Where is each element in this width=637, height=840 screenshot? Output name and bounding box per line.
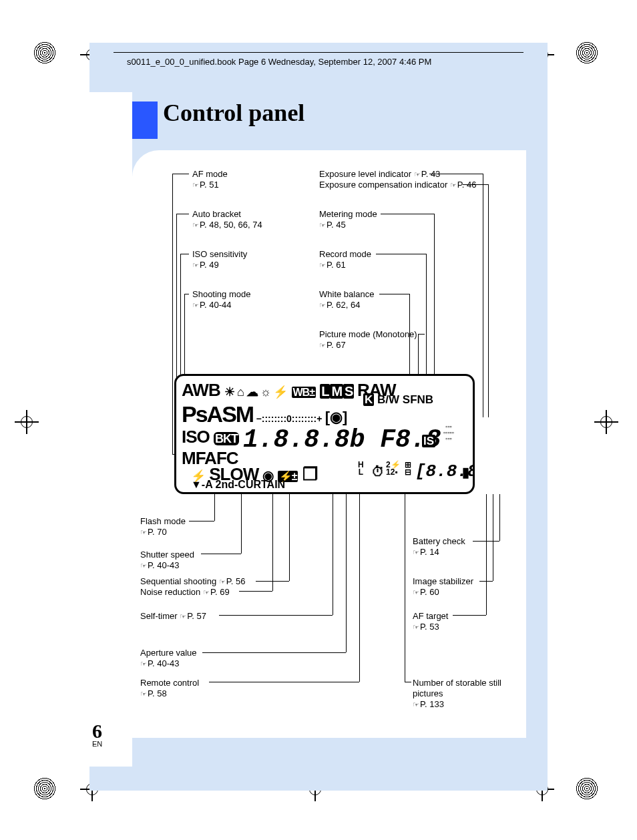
lcd-hl: HL (358, 461, 364, 476)
crop-mark-mr (598, 414, 614, 430)
lcd-wb-badge: WB± (292, 387, 316, 398)
label-af-target: AF target ☞P. 53 (413, 611, 448, 632)
lcd-curtain: A 2nd-CURTAIN (205, 479, 285, 490)
content-panel: AF mode ☞P. 51 Auto bracket ☞P. 48, 50, … (132, 150, 526, 738)
label-af-mode: AF mode ☞P. 51 (192, 169, 228, 190)
side-white-block (89, 92, 132, 767)
lcd-screen: AWB ☀ ⌂ ☁ ☼ ⚡ WB± LMS RAW PsASM −:::::::… (174, 374, 475, 494)
label-self-timer: Self-timer ☞P. 57 (140, 611, 206, 622)
label-shooting-mode: Shooting mode ☞P. 40-44 (192, 289, 250, 310)
lcd-bw: B/W (377, 393, 399, 406)
page-language: EN (92, 740, 102, 748)
title-blue-box (132, 101, 158, 139)
page-title: Control panel (163, 99, 304, 127)
ref-icon: ☞ (192, 180, 198, 190)
lcd-metering-icon: [◉] (325, 409, 348, 425)
label-aperture: Aperture value ☞P. 40-43 (140, 648, 197, 669)
print-target-bl (33, 777, 56, 800)
print-target-tl (33, 41, 56, 64)
label-picture-mode: Picture mode (Monotone) ☞P. 67 (319, 329, 417, 351)
page-number: 6 (92, 720, 102, 743)
lcd-timer-icon: ⏱ (371, 464, 385, 479)
lcd-exp-scale: −::::::::0::::::::+ (256, 413, 323, 424)
lcd-seq-icon: ❐ (302, 464, 317, 484)
lcd-lms: LMS (320, 384, 357, 399)
header-rule (114, 52, 523, 53)
label-sequential-shooting: Sequential shooting ☞P. 56 (140, 576, 246, 587)
lcd-af-target-dots: ▫▫▫▫▫▫▫▫▫▫▫ (443, 424, 454, 442)
lcd-sfnb: SFNB (403, 393, 433, 406)
label-white-balance: White balance ☞P. 62, 64 (319, 289, 374, 310)
label-remote-control: Remote control ☞P. 58 (140, 678, 199, 699)
lcd-twelve: 2⚡12▪ (386, 461, 401, 476)
label-storable-pictures: Number of storable still pictures ☞P. 13… (413, 678, 526, 710)
lcd-is-badge: IS (422, 435, 435, 447)
lcd-bkt: BKT (214, 432, 239, 445)
label-battery-check: Battery check ☞P. 14 (413, 536, 465, 558)
label-shutter-speed: Shutter speed ☞P. 40-43 (140, 550, 194, 571)
label-exposure-level: Exposure level indicator ☞P. 43 (319, 169, 440, 180)
page-header-text: s0011_e_00_0_unified.book Page 6 Wednesd… (127, 57, 431, 67)
crop-mark-ml (19, 414, 35, 430)
lcd-psasm: PsASM (182, 401, 253, 427)
lcd-k-icon: K (363, 393, 374, 406)
print-target-tr (576, 41, 598, 64)
lcd-awb: AWB (182, 380, 220, 400)
label-exposure-comp: Exposure compensation indicator ☞P. 46 (319, 180, 477, 190)
label-metering: Metering mode ☞P. 45 (319, 209, 377, 230)
lcd-battery-icon: ▮ (462, 464, 469, 480)
label-auto-bracket: Auto bracket ☞P. 48, 50, 66, 74 (192, 209, 262, 230)
lcd-wb-icons: ☀ ⌂ ☁ ☼ ⚡ (224, 385, 287, 399)
label-flash-mode: Flash mode ☞P. 70 (140, 516, 186, 538)
lcd-iso: ISO (182, 427, 210, 447)
label-noise-reduction: Noise reduction ☞P. 69 (140, 587, 230, 598)
lcd-main-display: 1.8.8.8b F8.8 (243, 425, 441, 454)
label-image-stabilizer: Image stabilizer ☞P. 60 (413, 576, 473, 598)
label-record-mode: Record mode ☞P. 61 (319, 249, 371, 270)
label-iso: ISO sensitivity ☞P. 49 (192, 249, 247, 270)
print-target-br (576, 777, 598, 800)
lcd-plus-minus-icon: ⊞⊟ (405, 461, 411, 476)
